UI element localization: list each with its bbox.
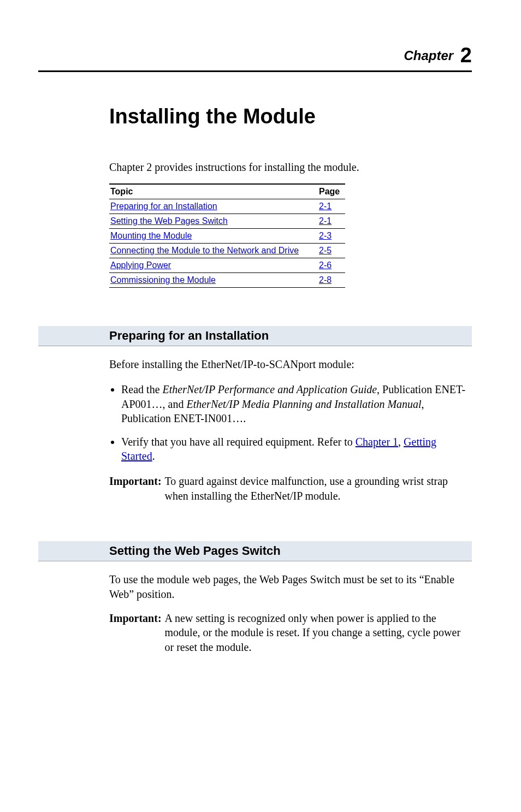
text: Verify that you have all required equipm… (121, 436, 356, 448)
toc-link[interactable]: Preparing for an Installation (110, 201, 217, 211)
important-label: Important: (109, 474, 162, 503)
toc-header-page: Page (318, 184, 345, 199)
toc-page-link[interactable]: 2-5 (319, 246, 331, 255)
chapter-label: Chapter 2 (38, 44, 472, 72)
table-row: Commissioning the Module 2-8 (109, 273, 345, 288)
toc-header-topic: Topic (109, 184, 318, 199)
text: Read the (121, 383, 163, 395)
important-label: Important: (109, 611, 162, 654)
table-row: Connecting the Module to the Network and… (109, 244, 345, 258)
list-item: Verify that you have all required equipm… (121, 435, 472, 464)
toc-table: Topic Page Preparing for an Installation… (109, 183, 345, 288)
toc-page-link[interactable]: 2-8 (319, 275, 331, 285)
chapter-number: 2 (460, 44, 472, 67)
toc-link[interactable]: Setting the Web Pages Switch (110, 216, 228, 226)
toc-page-link[interactable]: 2-1 (319, 216, 331, 226)
section1-list: Read the EtherNet/IP Performance and App… (109, 382, 472, 463)
intro-paragraph: Chapter 2 provides instructions for inst… (109, 161, 472, 174)
section1-intro: Before installing the EtherNet/IP-to-SCA… (109, 357, 472, 371)
section-heading-webpages: Setting the Web Pages Switch (38, 541, 472, 561)
chapter-word: Chapter (404, 48, 454, 63)
text: . (152, 450, 155, 462)
toc-link[interactable]: Commissioning the Module (110, 275, 216, 285)
list-item: Read the EtherNet/IP Performance and App… (121, 382, 472, 425)
important-text: A new setting is recognized only when po… (165, 611, 472, 654)
important-text: To guard against device malfunction, use… (165, 474, 472, 503)
section-heading-preparing: Preparing for an Installation (38, 326, 472, 346)
important-note: Important: To guard against device malfu… (109, 474, 472, 503)
table-row: Setting the Web Pages Switch 2-1 (109, 214, 345, 229)
page-content: Chapter 2 Installing the Module Chapter … (0, 0, 521, 703)
table-row: Mounting the Module 2-3 (109, 229, 345, 244)
toc-page-link[interactable]: 2-3 (319, 231, 331, 240)
toc-page-link[interactable]: 2-6 (319, 260, 331, 270)
text-italic: EtherNet/IP Performance and Application … (163, 383, 377, 395)
toc-link[interactable]: Applying Power (110, 260, 171, 270)
section2-paragraph: To use the module web pages, the Web Pag… (109, 572, 472, 601)
toc-link[interactable]: Mounting the Module (110, 231, 192, 240)
text-italic: EtherNet/IP Media Planning and Installat… (186, 398, 421, 410)
toc-page-link[interactable]: 2-1 (319, 201, 331, 211)
chapter-1-link[interactable]: Chapter 1 (356, 436, 398, 448)
table-row: Preparing for an Installation 2-1 (109, 199, 345, 214)
table-row: Applying Power 2-6 (109, 258, 345, 273)
document-title: Installing the Module (109, 105, 472, 128)
important-note: Important: A new setting is recognized o… (109, 611, 472, 654)
text: , (398, 436, 404, 448)
toc-link[interactable]: Connecting the Module to the Network and… (110, 246, 299, 255)
